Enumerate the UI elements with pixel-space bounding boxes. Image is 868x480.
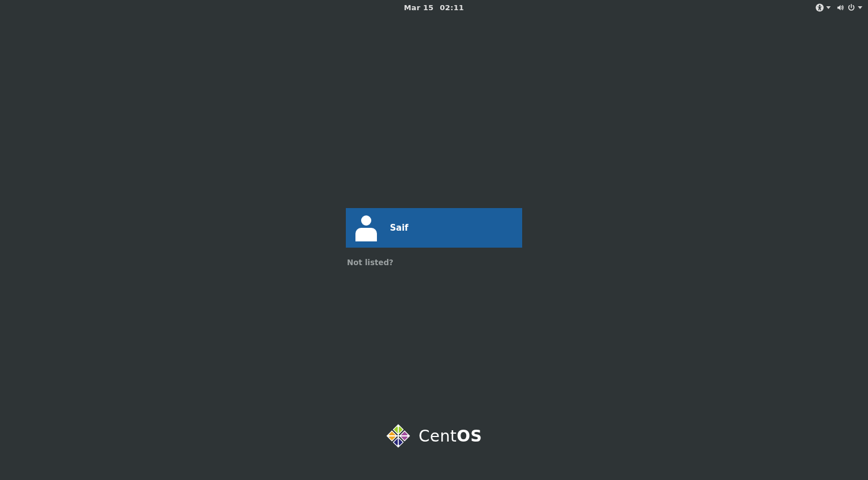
username-label: Saif: [390, 223, 409, 233]
centos-logo-icon: [386, 423, 411, 448]
avatar-icon: [355, 214, 377, 241]
accessibility-icon: [815, 3, 824, 12]
volume-icon: [836, 3, 845, 12]
chevron-down-icon: [858, 6, 862, 9]
date-label: Mar 15: [404, 3, 434, 12]
svg-point-1: [819, 5, 821, 6]
chevron-down-icon: [826, 6, 831, 9]
login-panel: Saif Not listed?: [346, 208, 522, 267]
os-name-prefix: Cent: [419, 427, 457, 446]
clock[interactable]: Mar 15 02:11: [404, 3, 464, 12]
os-name-suffix: OS: [457, 427, 482, 446]
system-menu[interactable]: [836, 3, 862, 12]
power-icon: [847, 3, 856, 12]
os-name: CentOS: [419, 427, 482, 446]
top-bar: Mar 15 02:11: [0, 0, 868, 15]
accessibility-menu[interactable]: [815, 3, 831, 12]
not-listed-link[interactable]: Not listed?: [347, 258, 522, 267]
os-branding: CentOS: [386, 423, 482, 448]
time-label: 02:11: [440, 3, 464, 12]
user-entry[interactable]: Saif: [346, 208, 522, 248]
status-area: [815, 0, 862, 15]
